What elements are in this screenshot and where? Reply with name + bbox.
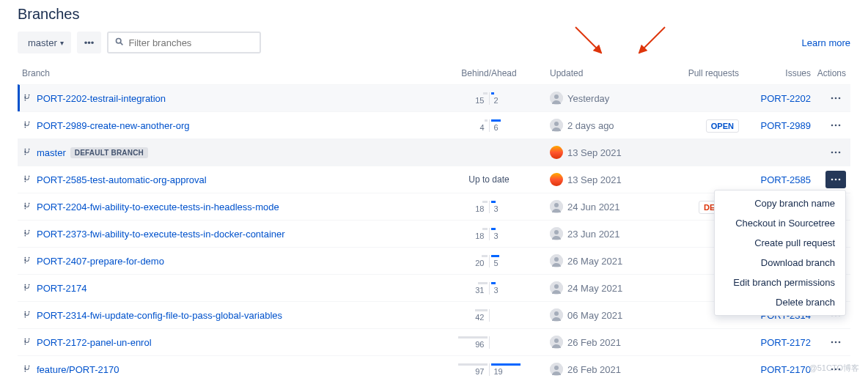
updated-cell: 26 Feb 2021 [550,336,660,349]
actions-cell [817,89,846,107]
svg-point-11 [839,125,841,127]
updated-cell: 26 Feb 2021 [550,363,660,376]
branch-link[interactable]: feature/PORT-2170 [37,364,119,375]
actions-cell: Copy branch nameCheckout in SourcetreeCr… [817,171,846,188]
branch-selector-button[interactable]: master ▾ [18,32,71,53]
updated-date: 06 May 2021 [567,310,622,321]
issue-link[interactable]: PORT-2989 [761,120,811,131]
menu-item[interactable]: Download branch [715,253,845,273]
row-actions-button[interactable] [825,116,846,134]
svg-line-1 [121,42,123,45]
behind-count: 42 [472,313,487,322]
branch-cell: PORT-2585-test-automatic-org-approval [22,174,428,186]
behind-ahead-indicator: 313 [434,282,544,295]
row-actions-button[interactable] [825,333,846,351]
branch-link[interactable]: PORT-2172-panel-un-enrol [37,337,152,348]
branch-link[interactable]: master [37,147,66,158]
branch-icon [22,119,32,132]
menu-item[interactable]: Create pull request [715,233,845,253]
svg-point-39 [554,311,559,316]
menu-item[interactable]: Checkout in Sourcetree [715,213,845,233]
more-toolbar-button[interactable]: ••• [77,32,102,53]
behind-count: 97 [472,367,487,376]
dots-icon: ••• [84,37,95,48]
updated-date: Yesterday [567,93,609,104]
row-actions-button[interactable] [825,144,846,161]
avatar [550,281,563,295]
behind-ahead-indicator: 183 [434,201,544,213]
issues-cell: PORT-2585 [745,174,811,185]
avatar [550,308,563,322]
pr-cell: OPEN [666,120,739,131]
avatar [550,227,563,240]
svg-point-4 [831,97,834,100]
branch-link[interactable]: PORT-2373-fwi-ability-to-execute-tests-i… [37,229,285,240]
branch-cell: PORT-2407-prepare-for-demo [22,255,428,267]
branch-icon [22,201,32,213]
search-input-wrap[interactable] [107,32,261,53]
actions-cell [817,333,846,351]
behind-count: 31 [472,286,487,295]
issues-cell: PORT-2202 [745,93,811,104]
branch-link[interactable]: PORT-2174 [37,283,87,294]
updated-date: 13 Sep 2021 [567,147,622,158]
branch-link[interactable]: PORT-2204-fwi-ability-to-execute-tests-i… [37,201,279,212]
svg-point-47 [839,341,841,344]
branch-link[interactable]: PORT-2585-test-automatic-org-approval [37,174,207,185]
actions-cell [817,116,846,134]
svg-point-24 [554,230,559,234]
table-header: Branch Behind/Ahead Updated Pull request… [18,62,850,84]
col-branch: Branch [22,68,428,78]
svg-point-0 [117,38,122,43]
updated-cell: Yesterday [550,92,660,105]
updated-cell: 2 days ago [550,119,660,132]
svg-point-44 [554,339,559,343]
svg-point-15 [831,179,834,181]
behind-ahead-indicator: 183 [434,228,544,240]
issues-cell: PORT-2172 [745,337,811,348]
behind-count: 96 [472,340,487,349]
chevron-down-icon: ▾ [60,39,64,47]
updated-date: 24 Jun 2021 [567,201,620,212]
row-actions-button[interactable] [825,171,846,188]
branch-icon [22,282,32,295]
issue-link[interactable]: PORT-2172 [761,337,811,348]
col-pull-requests: Pull requests [666,68,739,78]
svg-point-6 [839,97,841,100]
updated-date: 13 Sep 2021 [567,174,622,185]
branch-icon [22,255,32,267]
svg-point-46 [835,341,837,344]
menu-item[interactable]: Copy branch name [715,193,845,213]
menu-item[interactable]: Edit branch permissions [715,273,845,292]
table-row: PORT-2989-create-new-another-org462 days… [18,111,850,138]
issue-link[interactable]: PORT-2585 [761,174,811,185]
branch-link[interactable]: PORT-2202-testrail-integration [37,93,166,104]
svg-point-10 [835,125,837,127]
behind-ahead-indicator: 96 [434,336,544,349]
search-input[interactable] [128,37,254,48]
branch-cell: PORT-2204-fwi-ability-to-execute-tests-i… [22,201,428,213]
updated-cell: 13 Sep 2021 [550,146,660,159]
learn-more-link[interactable]: Learn more [802,37,850,48]
svg-point-3 [554,95,559,99]
watermark: @51CTO博客 [809,363,859,374]
table-row: master DEFAULT BRANCH13 Sep 2021 [18,138,850,166]
updated-date: 26 Feb 2021 [567,364,621,375]
svg-point-12 [831,152,834,154]
issue-link[interactable]: PORT-2170 [761,364,811,375]
svg-point-49 [554,366,559,370]
pr-status-open[interactable]: OPEN [706,119,739,133]
issue-link[interactable]: PORT-2202 [761,93,811,104]
branch-link[interactable]: PORT-2989-create-new-another-org [37,120,190,131]
table-row: feature/PORT-2170971926 Feb 2021PORT-217… [18,355,850,381]
avatar [550,173,563,186]
branch-link[interactable]: PORT-2314-fwi-update-config-file-to-pass… [37,310,282,321]
row-actions-button[interactable] [825,89,846,107]
updated-cell: 24 May 2021 [550,281,660,295]
menu-item[interactable]: Delete branch [715,292,845,312]
ahead-count: 3 [491,232,501,240]
ahead-count: 3 [491,286,501,295]
branch-cell: PORT-2174 [22,282,428,295]
table-row: PORT-2585-test-automatic-org-approvalUp … [18,166,850,193]
branch-link[interactable]: PORT-2407-prepare-for-demo [37,256,164,267]
